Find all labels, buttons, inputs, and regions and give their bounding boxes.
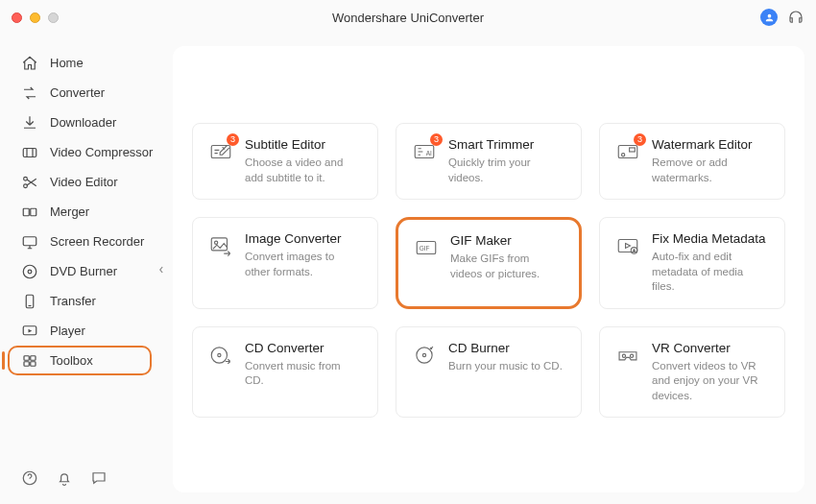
subtitle-icon: [208, 139, 233, 164]
headset-icon: [787, 9, 804, 26]
transfer-icon: [21, 293, 38, 310]
user-avatar[interactable]: [760, 9, 778, 26]
tool-text: Image Converter Convert images to other …: [245, 231, 362, 279]
chat-icon: [90, 469, 108, 487]
sidebar-item-player[interactable]: Player: [0, 316, 161, 346]
maximize-window-button[interactable]: [48, 12, 59, 23]
tool-desc: Remove or add watermarks.: [652, 156, 769, 185]
tool-text: VR Converter Convert videos to VR and en…: [652, 341, 769, 404]
sidebar-item-video-compressor[interactable]: Video Compressor: [0, 137, 161, 167]
tool-cd-burner[interactable]: CD Burner Burn your music to CD.: [396, 326, 582, 419]
tool-text: Watermark Editor Remove or add watermark…: [652, 137, 769, 185]
tool-desc: Auto-fix and edit metadata of media file…: [652, 250, 769, 295]
sidebar-item-transfer[interactable]: Transfer: [0, 286, 161, 316]
tool-grid: Subtitle Editor Choose a video and add s…: [192, 123, 785, 418]
svg-rect-11: [31, 355, 36, 360]
sidebar-item-merger[interactable]: Merger: [0, 197, 161, 227]
svg-rect-3: [23, 208, 29, 216]
svg-point-32: [630, 354, 633, 357]
bell-icon: [56, 469, 73, 487]
sidebar-item-label: Downloader: [50, 115, 116, 130]
tool-title: Fix Media Metadata: [652, 231, 769, 246]
vr-icon: [615, 343, 640, 368]
sidebar-item-label: Transfer: [50, 294, 96, 308]
sidebar-item-converter[interactable]: Converter: [0, 78, 161, 108]
support-button[interactable]: [787, 9, 804, 26]
svg-point-29: [417, 347, 432, 362]
svg-rect-19: [630, 148, 636, 152]
tool-desc: Choose a video and add subtitle to it.: [245, 156, 362, 185]
user-icon: [764, 12, 775, 23]
svg-point-6: [23, 265, 36, 278]
player-icon: [21, 323, 38, 340]
tool-title: Image Converter: [245, 231, 362, 246]
toolbox-icon: [21, 352, 38, 370]
tool-text: CD Burner Burn your music to CD.: [448, 341, 563, 374]
tool-title: GIF Maker: [450, 233, 564, 248]
close-window-button[interactable]: [12, 12, 22, 23]
converter-icon: [21, 84, 38, 102]
svg-point-28: [218, 353, 221, 356]
sidebar-item-label: DVD Burner: [50, 264, 117, 278]
tool-title: CD Burner: [448, 341, 563, 355]
gif-icon: GIF: [414, 235, 439, 260]
scissors-icon: [21, 174, 38, 191]
chevron-left-icon: [158, 265, 164, 275]
tool-subtitle-editor[interactable]: Subtitle Editor Choose a video and add s…: [192, 123, 378, 200]
feedback-button[interactable]: [90, 469, 108, 487]
sidebar-item-label: Screen Recorder: [50, 234, 144, 249]
sidebar-item-home[interactable]: Home: [0, 48, 161, 78]
sidebar-item-label: Video Editor: [50, 175, 118, 189]
tool-desc: Quickly trim your videos.: [448, 156, 565, 185]
tool-gif-maker[interactable]: GIF GIF Maker Make GIFs from videos or p…: [396, 217, 582, 309]
cd-burner-icon: [412, 343, 437, 368]
sidebar-item-toolbox[interactable]: Toolbox: [8, 346, 152, 375]
notifications-button[interactable]: [56, 469, 73, 487]
tool-title: CD Converter: [245, 341, 362, 355]
download-icon: [21, 114, 38, 132]
svg-rect-12: [24, 361, 29, 366]
svg-text:GIF: GIF: [420, 245, 430, 252]
image-converter-icon: [208, 233, 233, 258]
sidebar-item-video-editor[interactable]: Video Editor: [0, 167, 161, 197]
tool-title: Watermark Editor: [652, 137, 769, 152]
tool-cd-converter[interactable]: CD Converter Convert music from CD.: [192, 326, 378, 419]
sidebar-item-label: Home: [50, 56, 84, 70]
tool-text: GIF Maker Make GIFs from videos or pictu…: [450, 233, 564, 281]
svg-point-20: [622, 154, 625, 156]
sidebar-footer: [0, 469, 161, 504]
sidebar-item-label: Video Compressor: [50, 145, 153, 159]
trimmer-icon: AI: [412, 139, 437, 164]
home-icon: [21, 55, 38, 72]
tool-vr-converter[interactable]: VR Converter Convert videos to VR and en…: [599, 326, 785, 419]
titlebar: Wondershare UniConverter: [0, 0, 816, 35]
tool-text: Subtitle Editor Choose a video and add s…: [245, 137, 362, 185]
tool-title: Subtitle Editor: [245, 137, 362, 152]
sidebar-item-downloader[interactable]: Downloader: [0, 108, 161, 137]
merger-icon: [21, 204, 38, 221]
app-title: Wondershare UniConverter: [332, 11, 484, 25]
watermark-icon: [615, 139, 640, 164]
sidebar-item-screen-recorder[interactable]: Screen Recorder: [0, 227, 161, 256]
sidebar-item-label: Player: [50, 324, 85, 338]
screen-recorder-icon: [21, 233, 38, 251]
tool-image-converter[interactable]: Image Converter Convert images to other …: [192, 217, 378, 309]
tool-smart-trimmer[interactable]: AI Smart Trimmer Quickly trim your video…: [396, 123, 582, 200]
titlebar-actions: [760, 9, 804, 26]
sidebar-item-label: Toolbox: [50, 353, 93, 368]
tool-watermark-editor[interactable]: Watermark Editor Remove or add watermark…: [599, 123, 785, 200]
svg-rect-4: [31, 208, 36, 216]
sidebar-item-dvd-burner[interactable]: DVD Burner: [0, 256, 161, 286]
svg-point-31: [622, 354, 625, 357]
tool-desc: Convert music from CD.: [245, 359, 362, 389]
sidebar-collapse-button[interactable]: [156, 251, 167, 289]
cd-converter-icon: [208, 343, 233, 368]
toolbox-panel: Subtitle Editor Choose a video and add s…: [173, 46, 804, 492]
app-body: Home Converter Downloader Video Compress…: [0, 35, 816, 504]
tool-fix-metadata[interactable]: Fix Media Metadata Auto-fix and edit met…: [599, 217, 785, 309]
window-controls: [12, 12, 59, 23]
help-button[interactable]: [21, 469, 38, 487]
minimize-window-button[interactable]: [30, 12, 40, 23]
svg-rect-0: [23, 148, 36, 156]
tool-text: Smart Trimmer Quickly trim your videos.: [448, 137, 565, 185]
